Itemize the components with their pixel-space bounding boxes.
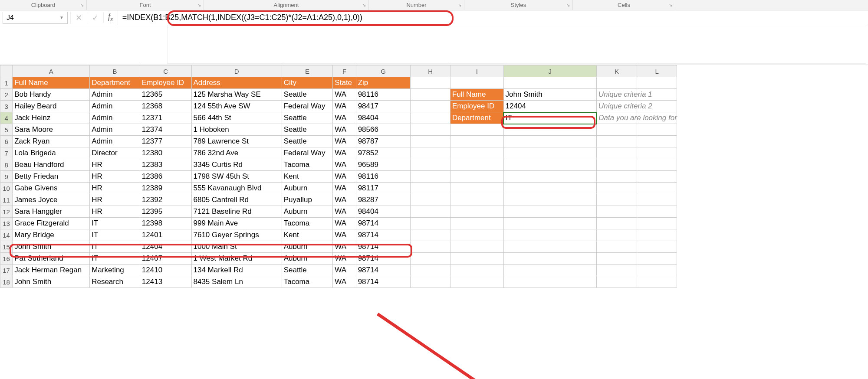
cell[interactable]: WA — [333, 147, 356, 159]
cell[interactable] — [411, 171, 450, 183]
lookup-label[interactable]: Employee ID — [450, 101, 503, 112]
cell[interactable]: 134 Markell Rd — [191, 265, 282, 276]
row-header-11[interactable]: 11 — [0, 194, 13, 206]
cell[interactable] — [596, 194, 637, 206]
dialog-launcher-icon[interactable]: ↘ — [362, 3, 366, 7]
cell[interactable]: 12383 — [140, 159, 191, 171]
cell[interactable] — [637, 77, 677, 89]
cell[interactable]: 566 44th St — [191, 112, 282, 124]
cell[interactable] — [450, 159, 503, 171]
column-header-J[interactable]: J — [503, 65, 596, 77]
table-header-cell[interactable]: City — [282, 77, 333, 89]
row-header-14[interactable]: 14 — [0, 229, 13, 241]
ribbon-group-alignment[interactable]: Alignment↘ — [204, 0, 369, 10]
cell[interactable]: 12371 — [140, 112, 191, 124]
fx-icon[interactable]: fx — [103, 12, 118, 23]
cell[interactable] — [450, 147, 503, 159]
cell[interactable]: Federal Way — [282, 101, 333, 112]
cell[interactable]: 1 West Market Rd — [191, 253, 282, 265]
ribbon-group-cells[interactable]: Cells↘ — [573, 0, 675, 10]
cell[interactable]: Tacoma — [282, 218, 333, 229]
cell[interactable]: 96589 — [356, 159, 411, 171]
cell[interactable] — [596, 183, 637, 194]
cell[interactable]: Director — [90, 147, 140, 159]
table-header-cell[interactable]: Address — [191, 77, 282, 89]
cell[interactable]: WA — [333, 265, 356, 276]
cell[interactable]: 98404 — [356, 112, 411, 124]
cell[interactable] — [411, 265, 450, 276]
cell[interactable]: WA — [333, 276, 356, 288]
lookup-value[interactable]: IT — [503, 112, 596, 124]
cell[interactable] — [411, 276, 450, 288]
cell[interactable] — [637, 218, 677, 229]
name-box-dropdown-icon[interactable]: ▼ — [59, 15, 64, 20]
row-header-12[interactable]: 12 — [0, 206, 13, 218]
cell[interactable]: 7610 Geyer Springs — [191, 229, 282, 241]
cell[interactable]: Research — [90, 276, 140, 288]
cell[interactable] — [450, 124, 503, 136]
row-header-16[interactable]: 16 — [0, 253, 13, 265]
cell[interactable] — [503, 77, 596, 89]
cell[interactable]: 12401 — [140, 229, 191, 241]
cell[interactable] — [411, 194, 450, 206]
column-header-K[interactable]: K — [596, 65, 637, 77]
cell[interactable]: 98287 — [356, 194, 411, 206]
row-header-7[interactable]: 7 — [0, 147, 13, 159]
formula-input[interactable]: =INDEX(B1:B25,MATCH(1,INDEX((J3=C1:C25)*… — [118, 12, 367, 23]
cell[interactable] — [637, 241, 677, 253]
cell[interactable] — [411, 241, 450, 253]
cell[interactable] — [450, 276, 503, 288]
cell[interactable]: 124 55th Ave SW — [191, 101, 282, 112]
cell[interactable] — [411, 253, 450, 265]
cell[interactable]: Zack Ryan — [13, 136, 90, 147]
cell[interactable]: WA — [333, 112, 356, 124]
cell[interactable] — [411, 112, 450, 124]
cell[interactable]: IT — [90, 229, 140, 241]
cell[interactable]: Admin — [90, 101, 140, 112]
cell[interactable]: 1000 Main St — [191, 241, 282, 253]
row-header-10[interactable]: 10 — [0, 183, 13, 194]
column-header-G[interactable]: G — [356, 65, 411, 77]
cell[interactable]: Tacoma — [282, 159, 333, 171]
row-header-5[interactable]: 5 — [0, 124, 13, 136]
cell[interactable] — [596, 241, 637, 253]
column-header-F[interactable]: F — [333, 65, 356, 77]
cell[interactable]: IT — [90, 241, 140, 253]
cell[interactable]: WA — [333, 183, 356, 194]
cell[interactable]: 6805 Cantrell Rd — [191, 194, 282, 206]
cell[interactable]: John Smith — [13, 241, 90, 253]
table-header-cell[interactable]: Full Name — [13, 77, 90, 89]
table-header-cell[interactable]: Department — [90, 77, 140, 89]
cell[interactable] — [596, 253, 637, 265]
cell[interactable]: 12374 — [140, 124, 191, 136]
row-header-8[interactable]: 8 — [0, 159, 13, 171]
cell[interactable]: 98417 — [356, 101, 411, 112]
cell[interactable]: WA — [333, 218, 356, 229]
cell[interactable]: 12377 — [140, 136, 191, 147]
cell[interactable]: 12389 — [140, 183, 191, 194]
cell[interactable] — [637, 276, 677, 288]
cell[interactable]: 7121 Baseline Rd — [191, 206, 282, 218]
cell[interactable]: HR — [90, 183, 140, 194]
cell[interactable] — [503, 183, 596, 194]
cell[interactable]: WA — [333, 241, 356, 253]
cell[interactable] — [411, 89, 450, 101]
cell[interactable] — [503, 171, 596, 183]
cell[interactable] — [450, 171, 503, 183]
cell[interactable] — [503, 265, 596, 276]
cell[interactable]: Marketing — [90, 265, 140, 276]
cell[interactable]: 12392 — [140, 194, 191, 206]
dialog-launcher-icon[interactable]: ↘ — [669, 3, 672, 7]
cell[interactable]: WA — [333, 206, 356, 218]
cell[interactable]: Kent — [282, 171, 333, 183]
cell[interactable]: HR — [90, 159, 140, 171]
cell[interactable]: 98714 — [356, 241, 411, 253]
cell[interactable] — [637, 124, 677, 136]
cell[interactable]: John Smith — [13, 276, 90, 288]
cell[interactable]: 3345 Curtis Rd — [191, 159, 282, 171]
cell[interactable] — [596, 265, 637, 276]
cell[interactable] — [596, 206, 637, 218]
enter-formula-button[interactable]: ✓ — [87, 12, 103, 24]
cell[interactable] — [637, 229, 677, 241]
cell[interactable] — [411, 136, 450, 147]
